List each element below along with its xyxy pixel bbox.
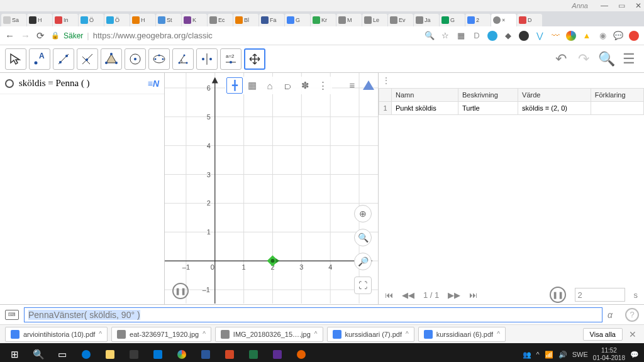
browser-tab[interactable]: H: [130, 14, 155, 26]
zoom-out-button[interactable]: 🔎: [354, 253, 372, 270]
chrome-icon[interactable]: [170, 345, 194, 362]
browser-tab[interactable]: Bl: [233, 14, 258, 26]
ext-icon[interactable]: ▦: [456, 31, 466, 41]
undo-button[interactable]: ↶: [551, 49, 571, 69]
alpha-button[interactable]: α: [608, 310, 620, 320]
table-row[interactable]: 1 Punkt sköldis Turtle sköldis = (2, 0): [379, 102, 644, 115]
browser-tab[interactable]: 2: [465, 14, 491, 26]
maximize-button[interactable]: ▭: [618, 1, 625, 10]
app-icon[interactable]: [265, 345, 289, 362]
browser-tab[interactable]: In: [53, 14, 78, 26]
browser-tab[interactable]: D: [517, 14, 542, 26]
pause-button-right[interactable]: ❚❚: [550, 287, 566, 303]
volume-icon[interactable]: 🔊: [558, 351, 567, 359]
ext-icon[interactable]: [487, 31, 497, 41]
more-icon[interactable]: ⋮: [382, 76, 390, 85]
chevron-up-icon[interactable]: ^: [99, 331, 102, 337]
keyboard-icon[interactable]: ⌨: [5, 310, 19, 320]
download-item[interactable]: kurssidiaari (7).pdf ^: [327, 327, 414, 342]
ext-icon[interactable]: ⋁: [535, 31, 545, 41]
fullscreen-button[interactable]: ⛶: [354, 277, 372, 294]
recenter-button[interactable]: ⊕: [354, 205, 372, 222]
settings-button[interactable]: ✽: [297, 77, 313, 94]
url-field[interactable]: 🔒 Säker | https://www.geogebra.org/class…: [51, 31, 418, 40]
browser-tab[interactable]: Ec: [208, 14, 233, 26]
toggle-axes-button[interactable]: ╋: [226, 77, 243, 94]
col-header-desc[interactable]: Beskrivning: [458, 89, 518, 102]
minimize-button[interactable]: —: [601, 1, 608, 10]
browser-tab[interactable]: Le: [362, 14, 387, 26]
browser-tab[interactable]: Ö: [104, 14, 130, 26]
tool-reflect[interactable]: [196, 48, 218, 70]
powerpoint-icon[interactable]: [218, 345, 242, 362]
first-button[interactable]: ⏮: [385, 290, 393, 300]
col-header-name[interactable]: Namn: [392, 89, 458, 102]
taskbar-clock[interactable]: 11:5201-04-2018: [593, 347, 625, 362]
browser-tab[interactable]: Kr: [311, 14, 336, 26]
network-icon[interactable]: 📶: [545, 351, 553, 359]
chevron-up-icon[interactable]: ^: [314, 331, 318, 337]
notifications-icon[interactable]: 💬: [630, 351, 639, 359]
last-button[interactable]: ⏭: [469, 290, 477, 300]
browser-tab[interactable]: K: [182, 14, 207, 26]
download-item[interactable]: IMG_20180326_15….jpg ^: [215, 327, 323, 342]
ext-icon[interactable]: [519, 31, 529, 41]
next-button[interactable]: ▶▶: [448, 290, 460, 300]
browser-tab[interactable]: St: [156, 14, 181, 26]
toggle-grid-button[interactable]: ▦: [244, 77, 260, 94]
language-indicator[interactable]: SWE: [572, 351, 588, 358]
people-icon[interactable]: 👥: [523, 351, 531, 359]
browser-tab[interactable]: Ev: [388, 14, 413, 26]
ext-icon[interactable]: ▲: [582, 31, 592, 41]
algebra-row[interactable]: sköldis = Penna ( ) ≡N: [0, 73, 164, 94]
close-shelf-button[interactable]: ✕: [626, 329, 639, 339]
download-item[interactable]: arviointihistoria (10).pdf ^: [5, 327, 108, 342]
store-icon[interactable]: [122, 345, 146, 362]
tool-ellipse[interactable]: [148, 48, 170, 70]
browser-tab[interactable]: Fa: [259, 14, 284, 26]
browser-tab[interactable]: M: [336, 14, 362, 26]
zoom-icon[interactable]: 🔍: [425, 31, 435, 41]
browser-tab[interactable]: H: [27, 14, 52, 26]
task-view-button[interactable]: ▭: [50, 345, 74, 362]
show-all-downloads-button[interactable]: Visa alla: [583, 328, 623, 341]
tool-move-view[interactable]: [244, 48, 265, 70]
reload-button[interactable]: ⟳: [36, 30, 45, 41]
ext-icon[interactable]: [566, 31, 576, 41]
speed-input[interactable]: 2: [575, 288, 625, 302]
excel-icon[interactable]: [242, 345, 265, 362]
ext-icon[interactable]: ◉: [597, 31, 608, 41]
download-item[interactable]: kurssidiaari (6).pdf ^: [418, 327, 506, 342]
word-icon[interactable]: [194, 345, 218, 362]
pause-button-left[interactable]: ❚❚: [172, 283, 189, 299]
ext-icon[interactable]: ◆: [503, 31, 513, 41]
tool-polygon[interactable]: [101, 48, 122, 70]
prev-button[interactable]: ◀◀: [402, 290, 414, 300]
close-window-button[interactable]: ✕: [635, 1, 641, 10]
ext-icon[interactable]: D: [472, 31, 482, 41]
col-header-expl[interactable]: Förklaring: [591, 89, 643, 102]
chevron-up-icon[interactable]: ^: [203, 331, 206, 337]
explorer-icon[interactable]: [98, 345, 122, 362]
browser-tab[interactable]: Ja: [414, 14, 439, 26]
start-button[interactable]: ⊞: [3, 345, 26, 362]
browser-tab[interactable]: G: [285, 14, 310, 26]
view-menu-button[interactable]: ≡: [344, 77, 360, 93]
mail-icon[interactable]: [146, 345, 170, 362]
abp-icon[interactable]: [629, 31, 639, 41]
menu-button[interactable]: ☰: [619, 49, 639, 69]
tool-slider[interactable]: a=2: [220, 48, 242, 70]
snap-button[interactable]: ⫐: [279, 77, 296, 94]
browser-tab[interactable]: Sa: [1, 14, 26, 26]
more-button[interactable]: ⋮: [314, 77, 331, 94]
graphics-panel[interactable]: –101 234 123 456 –1 ╋ ▦ ⌂ ⫐ ✽ ⋮ ≡: [165, 73, 379, 304]
tool-angle[interactable]: [172, 48, 194, 70]
numeric-view-icon[interactable]: ≡N: [148, 79, 159, 89]
tool-move[interactable]: [5, 48, 26, 70]
tray-chevron-icon[interactable]: ^: [536, 351, 540, 358]
download-item[interactable]: eat-3236971_1920.jpg ^: [111, 327, 211, 342]
browser-tab-active[interactable]: ×: [491, 14, 516, 26]
zoom-in-button[interactable]: 🔍: [354, 229, 372, 246]
ext-icon[interactable]: 〰: [550, 31, 560, 41]
back-button[interactable]: ←: [5, 30, 14, 41]
